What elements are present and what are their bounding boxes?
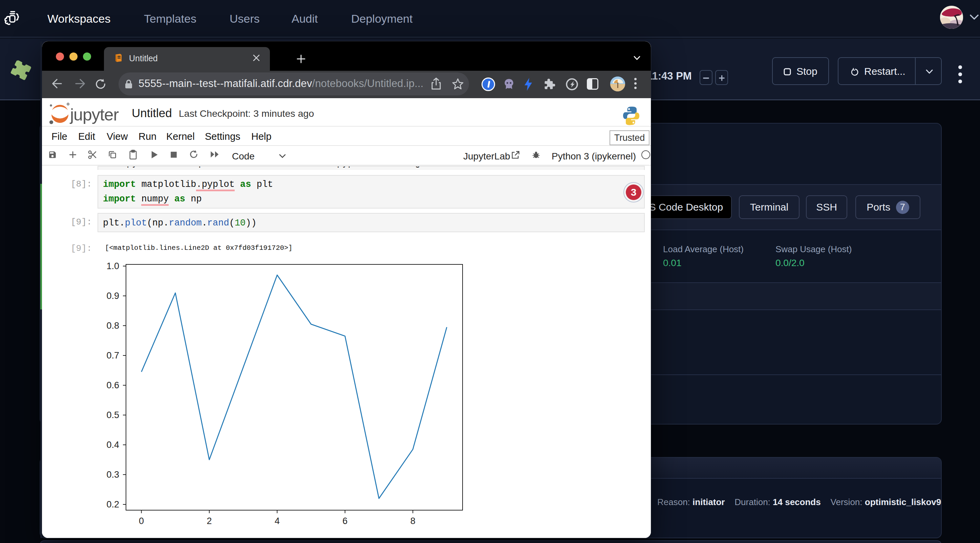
svg-text:6: 6 bbox=[342, 516, 347, 526]
svg-text:4: 4 bbox=[275, 516, 280, 526]
svg-text:0.9: 0.9 bbox=[106, 291, 119, 301]
svg-text:0.3: 0.3 bbox=[106, 470, 119, 480]
svg-text:0.8: 0.8 bbox=[106, 321, 119, 331]
svg-text:0.6: 0.6 bbox=[106, 380, 119, 390]
svg-text:8: 8 bbox=[410, 516, 415, 526]
svg-text:0.2: 0.2 bbox=[106, 499, 119, 510]
svg-text:0.7: 0.7 bbox=[106, 350, 119, 360]
svg-text:0: 0 bbox=[139, 516, 144, 526]
svg-text:0.5: 0.5 bbox=[106, 410, 119, 420]
svg-text:0.4: 0.4 bbox=[106, 440, 119, 450]
svg-text:1.0: 1.0 bbox=[106, 261, 119, 271]
svg-text:2: 2 bbox=[207, 516, 212, 526]
